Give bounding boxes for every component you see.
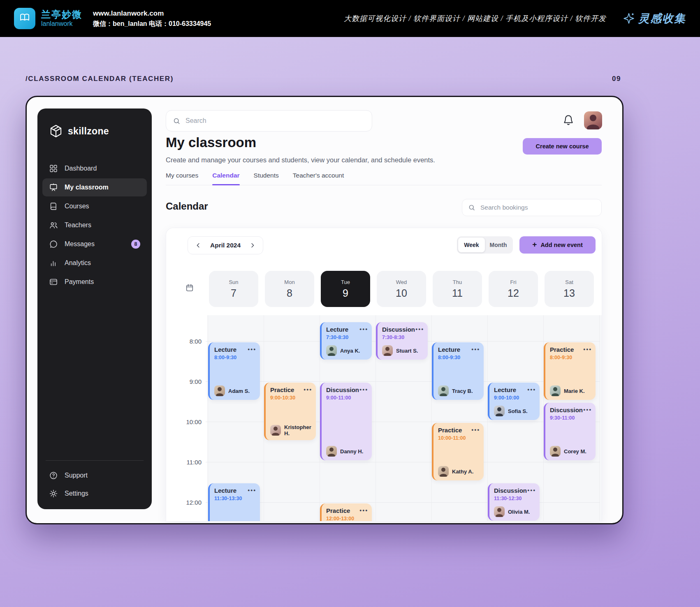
dots-menu-icon[interactable]: ●●● bbox=[359, 327, 368, 331]
event-time: 11:30-12:30 bbox=[494, 496, 536, 501]
dots-menu-icon[interactable]: ●●● bbox=[248, 488, 256, 492]
sidebar-item-teachers[interactable]: Teachers bbox=[42, 216, 147, 234]
grid-hline bbox=[206, 502, 600, 503]
brand-text: 兰亭妙微 lanlanwork bbox=[41, 9, 82, 28]
toggle-month[interactable]: Month bbox=[485, 238, 512, 252]
event-time: 10:00-11:00 bbox=[438, 435, 480, 441]
sidebar-item-analytics[interactable]: Analytics bbox=[42, 254, 147, 272]
sidebar-item-dashboard[interactable]: Dashboard bbox=[42, 159, 147, 178]
sidebar-item-label: Courses bbox=[65, 203, 89, 210]
event-card-discussion-9-30-11-00[interactable]: Discussion●●●9:30-11:00Corey M. bbox=[544, 403, 596, 460]
search-input[interactable] bbox=[185, 117, 365, 125]
sidebar-item-support[interactable]: Support bbox=[42, 466, 147, 485]
event-title: Discussion bbox=[326, 386, 359, 393]
event-header: Practice●●● bbox=[326, 507, 368, 514]
next-month-button[interactable] bbox=[249, 242, 256, 249]
day-cell-wed[interactable]: Wed10 bbox=[377, 271, 426, 307]
event-card-discussion-9-00-11-00[interactable]: Discussion●●●9:00-11:00Danny H. bbox=[320, 383, 372, 460]
sidebar-item-messages[interactable]: Messages8 bbox=[42, 235, 147, 253]
day-cell-mon[interactable]: Mon8 bbox=[265, 271, 314, 307]
sidebar-item-payments[interactable]: Payments bbox=[42, 273, 147, 291]
event-card-lecture-7-30-8-30[interactable]: Lecture●●●7:30-8:30Anya K. bbox=[320, 322, 372, 360]
tab-my-courses[interactable]: My courses bbox=[166, 172, 198, 179]
event-card-lecture-8-00-9-30[interactable]: Lecture●●●8:00-9:30Adam S. bbox=[208, 342, 260, 400]
dots-menu-icon[interactable]: ●●● bbox=[471, 347, 480, 351]
user-avatar[interactable] bbox=[584, 111, 602, 129]
sidebar-item-settings[interactable]: Settings bbox=[42, 485, 147, 503]
event-card-lecture-9-00-10-00[interactable]: Lecture●●●9:00-10:00Sofia S. bbox=[488, 383, 540, 420]
courses-icon bbox=[49, 202, 58, 211]
main-area: My classroom Create new course Create an… bbox=[152, 97, 622, 523]
banner-contact: www.lanlanwork.com 微信：ben_lanlan 电话：010-… bbox=[93, 9, 211, 28]
page-subtitle: Create and manage your courses and stude… bbox=[166, 156, 435, 164]
add-event-button[interactable]: + Add new event bbox=[519, 236, 596, 254]
tab-students[interactable]: Students bbox=[254, 172, 279, 179]
grid-vline bbox=[599, 315, 600, 521]
event-title: Practice bbox=[550, 346, 574, 353]
support-icon bbox=[49, 471, 58, 480]
day-cell-thu[interactable]: Thu11 bbox=[433, 271, 482, 307]
event-card-practice-8-00-9-30[interactable]: Practice●●●8:00-9:30Marie K. bbox=[544, 342, 596, 400]
sidebar-footer-nav: SupportSettings bbox=[42, 466, 147, 503]
day-name: Tue bbox=[341, 279, 350, 285]
attendee-name: Corey M. bbox=[564, 448, 586, 455]
sidebar-item-label: My classroom bbox=[65, 184, 109, 191]
day-cell-sat[interactable]: Sat13 bbox=[545, 271, 594, 307]
event-header: Discussion●●● bbox=[326, 386, 368, 393]
event-time: 9:00-11:00 bbox=[326, 395, 368, 401]
hour-label: 11:00 bbox=[166, 459, 202, 466]
tab-teacher-s-account[interactable]: Teacher's account bbox=[293, 172, 344, 179]
day-cell-sun[interactable]: Sun7 bbox=[209, 271, 258, 307]
dots-menu-icon[interactable]: ●●● bbox=[304, 388, 312, 392]
dots-menu-icon[interactable]: ●●● bbox=[359, 388, 368, 392]
dots-menu-icon[interactable]: ●●● bbox=[359, 508, 368, 512]
dots-menu-icon[interactable]: ●●● bbox=[527, 388, 536, 392]
calendar-heading: Calendar bbox=[166, 201, 208, 212]
toggle-week[interactable]: Week bbox=[458, 238, 485, 252]
attendee-avatar bbox=[438, 385, 449, 396]
event-card-discussion-7-30-8-30[interactable]: Discussion●●●7:30-8:30Stuart S. bbox=[376, 322, 428, 360]
prev-month-button[interactable] bbox=[195, 242, 202, 249]
dots-menu-icon[interactable]: ●●● bbox=[415, 327, 424, 331]
event-attendee: Kathy A. bbox=[438, 466, 480, 477]
event-title: Discussion bbox=[382, 326, 415, 333]
attendee-avatar bbox=[270, 425, 281, 436]
tab-calendar[interactable]: Calendar bbox=[212, 172, 239, 179]
payments-icon bbox=[49, 277, 58, 286]
event-card-practice-12-00-13-00[interactable]: Practice●●●12:00-13:00 bbox=[320, 503, 372, 521]
event-card-discussion-11-30-12-30[interactable]: Discussion●●●11:30-12:30Olivia M. bbox=[488, 483, 540, 521]
attendee-avatar bbox=[326, 345, 337, 356]
analytics-icon bbox=[49, 258, 58, 268]
event-header: Practice●●● bbox=[438, 427, 480, 434]
sidebar-item-label: Messages bbox=[65, 240, 95, 248]
day-cell-fri[interactable]: Fri12 bbox=[489, 271, 538, 307]
dots-menu-icon[interactable]: ●●● bbox=[527, 488, 536, 492]
event-card-lecture-8-00-9-30[interactable]: Lecture●●●8:00-9:30Tracy B. bbox=[432, 342, 484, 400]
attendee-name: Marie K. bbox=[564, 388, 585, 394]
dots-menu-icon[interactable]: ●●● bbox=[583, 347, 592, 351]
sidebar-item-label: Dashboard bbox=[65, 165, 97, 172]
event-attendee: Olivia M. bbox=[494, 506, 536, 517]
attendee-name: Stuart S. bbox=[396, 348, 418, 354]
dots-menu-icon[interactable]: ●●● bbox=[248, 347, 256, 351]
event-card-practice-9-00-10-30[interactable]: Practice●●●9:00-10:30Kristopher H. bbox=[264, 383, 316, 440]
day-name: Sun bbox=[229, 279, 238, 285]
day-cell-tue[interactable]: Tue9 bbox=[321, 271, 370, 307]
attendee-avatar bbox=[494, 406, 505, 416]
brand-en: lanlanwork bbox=[41, 21, 82, 28]
sidebar-item-courses[interactable]: Courses bbox=[42, 197, 147, 215]
month-label: April 2024 bbox=[210, 242, 241, 249]
event-card-lecture-11-30-13-30[interactable]: Lecture●●●11:30-13:30 bbox=[208, 483, 260, 521]
dots-menu-icon[interactable]: ●●● bbox=[583, 408, 592, 412]
bookings-search-input[interactable] bbox=[480, 203, 596, 212]
event-card-practice-10-00-11-00[interactable]: Practice●●●10:00-11:00Kathy A. bbox=[432, 423, 484, 480]
sidebar-item-my-classroom[interactable]: My classroom bbox=[42, 178, 147, 196]
create-course-button[interactable]: Create new course bbox=[523, 138, 602, 155]
attendee-name: Adam S. bbox=[228, 388, 250, 394]
hour-label: 12:00 bbox=[166, 499, 202, 506]
notification-bell-icon[interactable] bbox=[563, 114, 575, 127]
dots-menu-icon[interactable]: ●●● bbox=[471, 428, 480, 432]
event-header: Lecture●●● bbox=[214, 487, 256, 494]
settings-icon bbox=[49, 489, 58, 498]
cube-icon bbox=[49, 124, 63, 138]
